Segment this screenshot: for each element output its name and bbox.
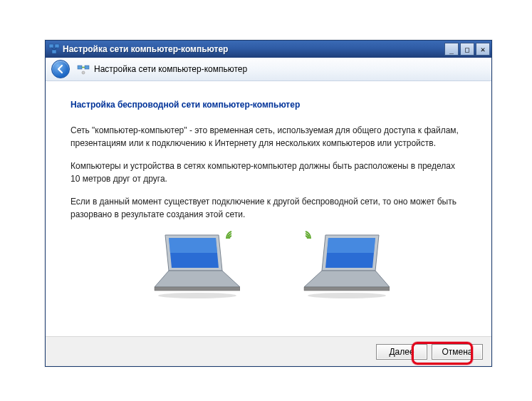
footer: Далее Отмена <box>46 336 491 366</box>
minimize-button[interactable]: _ <box>444 43 459 56</box>
content-area: Настройка беспроводной сети компьютер-ко… <box>46 81 491 310</box>
wizard-window: Настройка сети компьютер-компьютер _ □ ✕… <box>45 40 492 367</box>
svg-point-7 <box>82 71 85 74</box>
navbar-title: Настройка сети компьютер-компьютер <box>94 64 247 74</box>
svg-rect-1 <box>55 44 59 48</box>
paragraph-1: Сеть "компьютер-компьютер" - это временн… <box>71 124 466 150</box>
paragraph-3: Если в данный момент существует подключе… <box>71 195 466 221</box>
window-title: Настройка сети компьютер-компьютер <box>63 44 444 54</box>
svg-point-9 <box>308 293 386 298</box>
svg-rect-5 <box>78 66 82 69</box>
next-button[interactable]: Далее <box>376 344 427 360</box>
adhoc-network-icon <box>77 63 90 75</box>
svg-rect-2 <box>52 50 56 53</box>
laptops-illustration <box>71 231 466 303</box>
wifi-signal-icon <box>224 229 239 246</box>
back-button[interactable] <box>51 60 70 78</box>
wifi-signal-icon <box>298 229 313 246</box>
page-heading: Настройка беспроводной сети компьютер-ко… <box>71 98 466 111</box>
titlebar[interactable]: Настройка сети компьютер-компьютер _ □ ✕ <box>46 41 491 58</box>
paragraph-2: Компьютеры и устройства в сетях компьюте… <box>71 160 466 185</box>
laptop-left <box>147 231 240 303</box>
svg-point-8 <box>158 293 236 298</box>
network-icon <box>48 43 60 55</box>
svg-line-3 <box>51 48 54 50</box>
maximize-button[interactable]: □ <box>460 43 474 56</box>
svg-rect-6 <box>85 66 89 69</box>
svg-line-4 <box>54 48 57 50</box>
laptop-right <box>297 231 390 303</box>
cancel-button[interactable]: Отмена <box>432 344 483 360</box>
close-button[interactable]: ✕ <box>476 43 490 56</box>
svg-rect-0 <box>49 44 53 48</box>
navbar: Настройка сети компьютер-компьютер <box>46 58 491 81</box>
